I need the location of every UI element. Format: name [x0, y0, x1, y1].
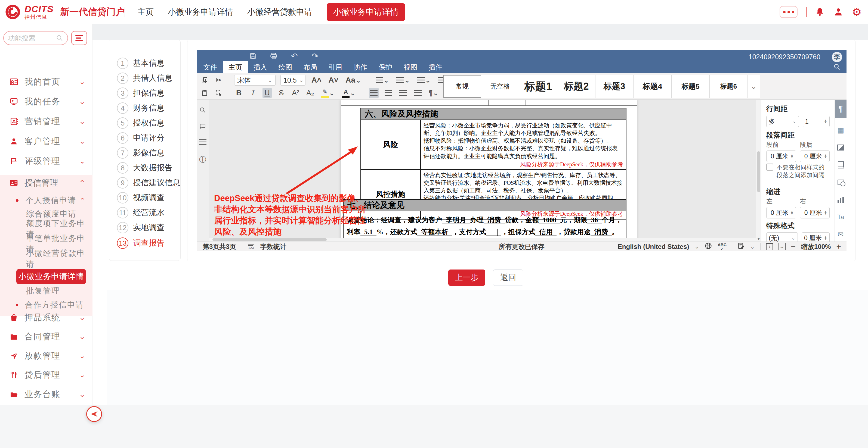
- numbered-list-icon[interactable]: ⌄: [395, 75, 411, 85]
- sidebar-item-personal-credit[interactable]: 个人授信申请 ⌃: [0, 193, 92, 208]
- zoom-in-button[interactable]: +: [836, 242, 841, 251]
- image-settings-icon[interactable]: [835, 140, 846, 154]
- horizontal-scrollbar[interactable]: [209, 238, 756, 242]
- shape-settings-icon[interactable]: [835, 175, 846, 189]
- style-heading6[interactable]: 标题6: [710, 75, 748, 98]
- copy-icon[interactable]: [200, 75, 209, 85]
- special-format-select[interactable]: (无)⌄: [766, 232, 798, 242]
- menu-tab-layout[interactable]: 布局: [298, 61, 323, 73]
- step-survey-report-active[interactable]: 13调查报告: [109, 237, 181, 249]
- change-case-icon[interactable]: Aa⌄: [344, 75, 362, 85]
- settings-gear-icon[interactable]: ⚙: [852, 7, 862, 17]
- sidebar-item-micro-biz-detail-active[interactable]: 小微业务申请详情: [16, 269, 86, 284]
- line-spacing-value[interactable]: 1▲▼: [803, 116, 830, 127]
- style-heading2[interactable]: 标题2: [557, 75, 595, 98]
- step-credit-suggestion[interactable]: 9授信建议信息: [109, 177, 181, 189]
- top-tab-micro-loan-apply[interactable]: 小微经营贷款申请: [247, 6, 313, 18]
- align-center-button[interactable]: [383, 88, 393, 98]
- subscript-button[interactable]: A₂: [305, 88, 315, 98]
- underline-button[interactable]: U: [262, 88, 272, 98]
- indent-left-input[interactable]: 0 厘米▲▼: [766, 207, 796, 218]
- font-size-select[interactable]: 10.5⌄: [280, 75, 306, 85]
- find-icon[interactable]: [197, 105, 209, 115]
- scroll-down-arrow[interactable]: ▼: [756, 236, 761, 242]
- space-before-input[interactable]: 0 厘米▲▼: [766, 150, 796, 162]
- shrink-font-icon[interactable]: A˅: [328, 75, 340, 85]
- highlight-color-button[interactable]: ✎⌄: [320, 88, 336, 98]
- top-tab-micro-detail[interactable]: 小微业务申请详情: [168, 6, 233, 18]
- style-heading1[interactable]: 标题1: [519, 75, 557, 98]
- grow-font-icon[interactable]: A˄: [310, 75, 322, 85]
- step-coborrower[interactable]: 2共借人信息: [109, 72, 181, 84]
- sidebar-item-customers[interactable]: 客户管理 ⌄: [0, 133, 92, 149]
- sidebar-item-micro-loan-apply[interactable]: 小微经营贷款申请: [26, 252, 92, 266]
- print-icon[interactable]: [269, 52, 278, 60]
- chart-settings-icon[interactable]: [835, 193, 846, 207]
- step-business-flow[interactable]: 11经营流水: [109, 207, 181, 219]
- menu-tab-insert[interactable]: 插入: [248, 61, 273, 73]
- return-button[interactable]: 返回: [493, 270, 523, 286]
- menu-tab-collaboration[interactable]: 协作: [348, 61, 373, 73]
- align-right-button[interactable]: [398, 88, 408, 98]
- menu-tab-view[interactable]: 视图: [398, 61, 423, 73]
- top-tab-micro-detail-active[interactable]: 小微业务申请详情: [327, 3, 405, 21]
- style-normal[interactable]: 常规: [443, 75, 481, 98]
- step-imaging[interactable]: 7影像信息: [109, 147, 181, 159]
- align-left-button[interactable]: [369, 88, 379, 98]
- menu-tab-references[interactable]: 引用: [323, 61, 348, 73]
- zoom-out-button[interactable]: −: [791, 242, 796, 251]
- sidebar-item-my-home[interactable]: 我的首页 ⌄: [0, 74, 92, 90]
- strikethrough-button[interactable]: S: [277, 88, 286, 98]
- special-format-amount[interactable]: 0 厘米▲▼: [802, 232, 830, 242]
- sidebar-item-approval-mgmt[interactable]: 批复管理: [26, 284, 60, 298]
- menu-tab-plugins[interactable]: 插件: [423, 61, 448, 73]
- sidebar-item-rating[interactable]: 评级管理 ⌄: [0, 153, 92, 169]
- user-profile-icon[interactable]: [833, 7, 843, 17]
- mail-merge-icon[interactable]: ✉: [835, 228, 846, 242]
- top-tab-home[interactable]: 主页: [137, 6, 154, 18]
- sidebar-item-biz-ledger[interactable]: 业务台账 ⌄: [0, 386, 92, 403]
- paste-icon[interactable]: [200, 88, 209, 98]
- paragraph-panel-tab[interactable]: ¶: [835, 100, 846, 117]
- language-selector[interactable]: English (United States): [618, 243, 689, 250]
- editor-user-avatar[interactable]: 李: [832, 52, 842, 62]
- zoom-level[interactable]: 缩放100%: [801, 242, 831, 251]
- sidebar-item-disbursement[interactable]: 放款管理 ⌄: [0, 348, 92, 364]
- info-icon[interactable]: ⓘ: [197, 154, 209, 165]
- globe-icon[interactable]: [705, 242, 712, 251]
- undo-icon[interactable]: ↶: [290, 52, 299, 60]
- menu-tab-home[interactable]: 主页: [223, 61, 248, 73]
- menu-tab-file[interactable]: 文件: [198, 61, 223, 73]
- step-basic-info[interactable]: 1基本信息: [109, 57, 181, 69]
- conclusion-text[interactable]: 调查结论：经调查，建议为客户李明月办理消费贷款，金额1000元，期限36个月，利…: [343, 211, 626, 242]
- sidebar-search[interactable]: [3, 31, 68, 45]
- step-authorization[interactable]: 5授权信息: [109, 117, 181, 129]
- select-tool-icon[interactable]: [214, 88, 223, 98]
- menu-tab-draw[interactable]: 绘图: [273, 61, 298, 73]
- step-video-survey[interactable]: 10视频调查: [109, 192, 181, 204]
- style-heading3[interactable]: 标题3: [595, 75, 633, 98]
- more-apps-button[interactable]: [780, 6, 798, 18]
- redo-icon[interactable]: ↷: [310, 52, 320, 60]
- notification-bell-icon[interactable]: [815, 7, 825, 17]
- paragraph-marks-button[interactable]: ¶⌄: [428, 88, 440, 98]
- previous-step-button[interactable]: 上一步: [448, 270, 485, 286]
- save-icon[interactable]: [248, 52, 257, 60]
- same-style-checkbox[interactable]: 不要在相同样式的段落之间添加间隔: [766, 164, 830, 179]
- sidebar-item-contracts[interactable]: 合同管理 ⌄: [0, 329, 92, 345]
- style-no-spacing[interactable]: 无空格: [481, 75, 519, 98]
- page-indicator[interactable]: 第3页共3页: [203, 242, 236, 251]
- step-field-survey[interactable]: 12实地调查: [109, 222, 181, 234]
- cut-icon[interactable]: ✂: [214, 75, 223, 85]
- step-finance[interactable]: 4财务信息: [109, 102, 181, 114]
- line-spacing-select[interactable]: 多⌄: [766, 116, 799, 127]
- checkbox[interactable]: [766, 164, 773, 171]
- indent-right-input[interactable]: 0 厘米▲▼: [800, 207, 830, 218]
- navigation-outline-icon[interactable]: [197, 137, 209, 147]
- document-page[interactable]: 六、风险及风控措施 风险 经营风险：小微企业市场竞争力弱，易受行业波动（如政策变…: [341, 100, 637, 242]
- bold-button[interactable]: B: [234, 88, 244, 98]
- fit-width-icon[interactable]: ↔: [778, 243, 785, 250]
- font-color-button[interactable]: A⌄: [341, 88, 357, 98]
- menu-tab-protection[interactable]: 保护: [373, 61, 398, 73]
- editor-search-icon[interactable]: [833, 63, 840, 71]
